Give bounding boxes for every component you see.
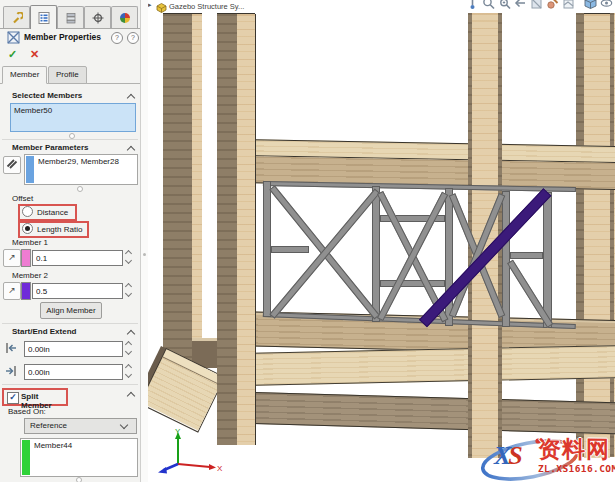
- graphics-viewport[interactable]: ▸ Gazebo Structure Sy... Y X: [148, 0, 615, 482]
- floor-deck-band[interactable]: [237, 345, 615, 386]
- cancel-button[interactable]: ✕: [30, 48, 39, 61]
- radio-icon: [22, 223, 33, 234]
- propertymanager-icon[interactable]: [30, 5, 57, 29]
- radio-distance[interactable]: Distance: [20, 208, 68, 217]
- listbox-resize-handle[interactable]: [76, 477, 82, 482]
- member-parameters-listbox[interactable]: Member29, Member28: [24, 154, 138, 185]
- selected-members-header: Selected Members: [12, 91, 82, 100]
- post-right[interactable]: [584, 13, 610, 458]
- based-on-dropdown[interactable]: Reference: [24, 418, 137, 434]
- tab-profile[interactable]: Profile: [48, 66, 87, 84]
- railing-post[interactable]: [372, 186, 380, 322]
- triad-y-label: Y: [175, 427, 181, 436]
- end-extend-input[interactable]: [24, 364, 123, 380]
- railing-rung[interactable]: [380, 280, 445, 287]
- watermark-site-name: 资料网: [538, 434, 610, 465]
- member2-value-input[interactable]: [32, 283, 123, 299]
- panel-title-row: Member Properties ? ?: [0, 30, 140, 46]
- member2-color-swatch: [21, 282, 31, 300]
- end-extend-spinner[interactable]: [124, 363, 134, 379]
- scene-icon[interactable]: [562, 0, 575, 10]
- zoom-fit-icon[interactable]: [482, 0, 495, 10]
- list-item[interactable]: Member44: [34, 441, 72, 450]
- zoom-area-icon[interactable]: [498, 0, 511, 10]
- post-left-b[interactable]: [217, 13, 255, 445]
- start-extend-input[interactable]: [24, 341, 123, 357]
- highlight-box-distance: Distance: [18, 204, 77, 221]
- railing-rung[interactable]: [271, 246, 309, 253]
- displaymanager-icon[interactable]: [111, 6, 138, 28]
- member-select-button[interactable]: [3, 156, 21, 174]
- member2-spinner[interactable]: [124, 282, 134, 298]
- display-style-icon[interactable]: [584, 0, 597, 10]
- railing-post[interactable]: [543, 192, 552, 328]
- assembly-icon: [156, 2, 167, 13]
- member-parameters-header: Member Parameters: [12, 143, 88, 152]
- ok-button[interactable]: ✓: [8, 48, 17, 61]
- member1-color-swatch: [21, 249, 31, 267]
- selection-bar: [26, 156, 34, 183]
- divider: [2, 384, 138, 385]
- listbox-resize-handle[interactable]: [77, 186, 83, 192]
- help-icon[interactable]: ?: [127, 32, 139, 44]
- radio-length-ratio[interactable]: Length Ratio: [20, 225, 82, 234]
- member2-label: Member 2: [12, 271, 48, 280]
- floor-rim-beam[interactable]: [237, 392, 615, 435]
- radio-icon: [22, 206, 33, 217]
- split-reference-listbox[interactable]: Member44: [20, 438, 138, 477]
- property-manager-panel: Member Properties ? ? ✓ ✕ Member Profile…: [0, 0, 141, 482]
- railing-rung[interactable]: [510, 252, 543, 259]
- page-title: Member Properties: [24, 32, 101, 42]
- previous-view-icon[interactable]: [514, 0, 527, 10]
- watermark-logo-text: XS: [494, 441, 520, 471]
- heads-up-toolbar: [466, 0, 613, 10]
- configuration-icon[interactable]: [57, 6, 84, 28]
- collapse-chevron-icon[interactable]: [127, 392, 135, 400]
- chevron-down-icon: [120, 421, 128, 429]
- member1-pick-button[interactable]: ↗: [3, 249, 21, 267]
- highlight-box-split-member: ✓ Split Member: [2, 388, 68, 406]
- tree-item-label[interactable]: Gazebo Structure Sy...: [169, 2, 244, 11]
- manager-tab-strip: [0, 6, 140, 29]
- watermark-site-url: ZL.XS1616.COM: [538, 463, 615, 474]
- quick-tips-icon[interactable]: ?: [111, 32, 123, 44]
- panel-splitter[interactable]: [141, 0, 148, 482]
- appearance-icon[interactable]: [546, 0, 559, 10]
- collapse-chevron-icon[interactable]: [127, 146, 135, 154]
- dimxpert-icon[interactable]: [84, 6, 111, 28]
- railing-post[interactable]: [502, 191, 510, 327]
- start-extend-icon: [4, 341, 18, 357]
- selected-members-listbox[interactable]: Member50: [10, 103, 136, 132]
- triad-x-label: X: [217, 464, 223, 473]
- tree-flyout-arrow[interactable]: ▸: [148, 1, 152, 9]
- splitter-handle: [143, 253, 146, 256]
- start-extend-spinner[interactable]: [124, 340, 134, 356]
- end-extend-icon: [4, 364, 18, 380]
- member-pick-icon: [6, 157, 18, 169]
- tools-icon[interactable]: [3, 6, 30, 28]
- orientation-triad[interactable]: Y X: [154, 424, 226, 478]
- split-member-checkbox[interactable]: ✓: [7, 392, 19, 404]
- ok-cancel-row: ✓ ✕: [0, 48, 140, 64]
- post-right-edge[interactable]: [576, 13, 584, 457]
- member1-spinner[interactable]: [124, 249, 134, 265]
- selection-bar: [22, 440, 30, 475]
- collapse-chevron-icon[interactable]: [127, 94, 135, 102]
- pin-icon[interactable]: [466, 0, 479, 10]
- list-item[interactable]: Member50: [14, 106, 52, 115]
- highlight-box-length-ratio: Length Ratio: [18, 221, 89, 238]
- railing-post[interactable]: [263, 181, 271, 317]
- align-member-button[interactable]: Align Member: [40, 302, 102, 319]
- page-tab-strip: Member Profile: [0, 66, 140, 84]
- start-end-extend-header: Start/End Extend: [12, 327, 76, 336]
- collapse-chevron-icon[interactable]: [127, 330, 135, 338]
- member1-value-input[interactable]: [32, 250, 123, 266]
- section-view-icon[interactable]: [530, 0, 543, 10]
- based-on-label: Based On:: [8, 407, 46, 416]
- watermark: XS 资料网 ZL.XS1616.COM: [478, 430, 615, 482]
- offset-label: Offset: [12, 194, 33, 203]
- list-item[interactable]: Member29, Member28: [38, 157, 119, 166]
- tab-member[interactable]: Member: [2, 66, 47, 84]
- hide-show-icon[interactable]: [600, 0, 613, 10]
- member2-pick-button[interactable]: ↗: [3, 282, 21, 300]
